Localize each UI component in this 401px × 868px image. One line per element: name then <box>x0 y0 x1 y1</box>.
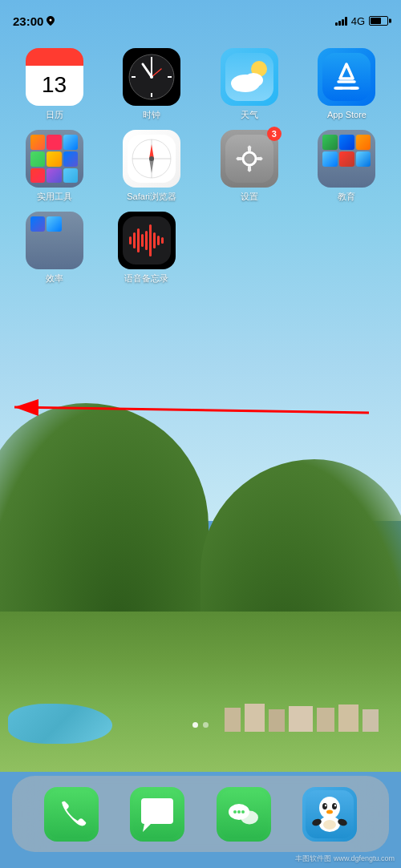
weather-icon <box>221 48 278 106</box>
svg-rect-43 <box>157 236 160 245</box>
svg-point-54 <box>241 810 245 813</box>
svg-point-58 <box>332 803 337 809</box>
status-bar: 23:00 4G <box>0 0 401 35</box>
app-grid: 13 日历 <box>0 40 401 302</box>
app-efficiency[interactable]: 效率 <box>16 212 92 284</box>
utility-icon <box>26 130 83 188</box>
svg-rect-41 <box>149 224 152 256</box>
settings-label: 设置 <box>241 192 258 202</box>
messages-icon <box>130 787 184 842</box>
svg-point-23 <box>149 156 154 161</box>
appstore-icon <box>318 48 375 106</box>
dock <box>12 776 389 852</box>
app-settings[interactable]: 3 设置 <box>211 130 287 202</box>
calendar-day: 13 <box>42 74 67 96</box>
svg-point-61 <box>326 809 333 813</box>
svg-point-34 <box>245 155 253 163</box>
time-display: 23:00 <box>13 14 43 28</box>
efficiency-icon <box>26 212 83 269</box>
app-row-3: 效率 <box>16 212 385 284</box>
voicememo-label: 语音备忘录 <box>124 273 168 284</box>
safari-label: Safari浏览器 <box>127 192 176 202</box>
app-utility[interactable]: 实用工具 <box>16 130 92 202</box>
app-appstore[interactable]: App Store <box>309 48 385 120</box>
education-icon <box>318 130 375 188</box>
svg-point-9 <box>150 75 153 79</box>
dock-messages[interactable] <box>130 787 184 842</box>
weather-label: 天气 <box>241 110 258 120</box>
svg-point-53 <box>237 810 241 813</box>
signal-strength <box>335 16 347 26</box>
phone-icon <box>44 787 99 842</box>
svg-point-14 <box>232 79 248 91</box>
app-calendar[interactable]: 13 日历 <box>16 48 92 120</box>
svg-rect-42 <box>153 232 156 248</box>
utility-label: 实用工具 <box>37 192 72 202</box>
dock-qq[interactable] <box>302 787 357 842</box>
svg-rect-40 <box>145 231 148 250</box>
page-dot-2 <box>203 722 209 728</box>
location-icon <box>47 16 55 26</box>
svg-point-52 <box>233 810 237 813</box>
page-dot-1 <box>192 722 198 728</box>
settings-badge: 3 <box>267 127 282 141</box>
svg-point-0 <box>50 19 52 22</box>
safari-icon <box>123 130 180 188</box>
battery-indicator <box>369 16 388 26</box>
education-label: 教育 <box>338 192 355 202</box>
svg-rect-44 <box>161 237 164 244</box>
svg-point-57 <box>322 803 327 809</box>
voicememo-icon <box>118 212 176 269</box>
app-weather[interactable]: 天气 <box>211 48 287 120</box>
svg-point-56 <box>319 797 340 819</box>
watermark: 丰图软件图 www.dgfengtu.com <box>295 854 395 864</box>
efficiency-label: 效率 <box>46 273 63 284</box>
svg-rect-47 <box>47 790 95 838</box>
appstore-label: App Store <box>327 110 367 120</box>
app-row-2: 实用工具 Safari浏览器 <box>16 130 385 202</box>
dock-wechat[interactable] <box>217 787 271 842</box>
wechat-icon <box>217 787 271 842</box>
calendar-label: 日历 <box>46 110 63 120</box>
app-safari[interactable]: Safari浏览器 <box>114 130 190 202</box>
svg-rect-37 <box>133 232 136 248</box>
network-type: 4G <box>351 15 365 27</box>
svg-point-63 <box>323 820 336 830</box>
app-row-1: 13 日历 <box>16 48 385 120</box>
qq-icon <box>302 787 357 842</box>
clock-icon <box>123 48 180 106</box>
svg-rect-15 <box>322 53 371 101</box>
svg-point-60 <box>334 804 336 805</box>
clock-label: 时钟 <box>143 110 160 120</box>
svg-point-59 <box>325 804 326 805</box>
calendar-icon: 13 <box>26 48 83 106</box>
dock-phone[interactable] <box>44 787 99 842</box>
svg-rect-39 <box>141 234 144 247</box>
svg-rect-36 <box>129 236 132 244</box>
svg-rect-38 <box>137 228 140 252</box>
page-indicator <box>192 722 209 728</box>
app-clock[interactable]: 时钟 <box>114 48 190 120</box>
app-voicememo[interactable]: 语音备忘录 <box>108 212 184 284</box>
app-education[interactable]: 教育 <box>309 130 385 202</box>
